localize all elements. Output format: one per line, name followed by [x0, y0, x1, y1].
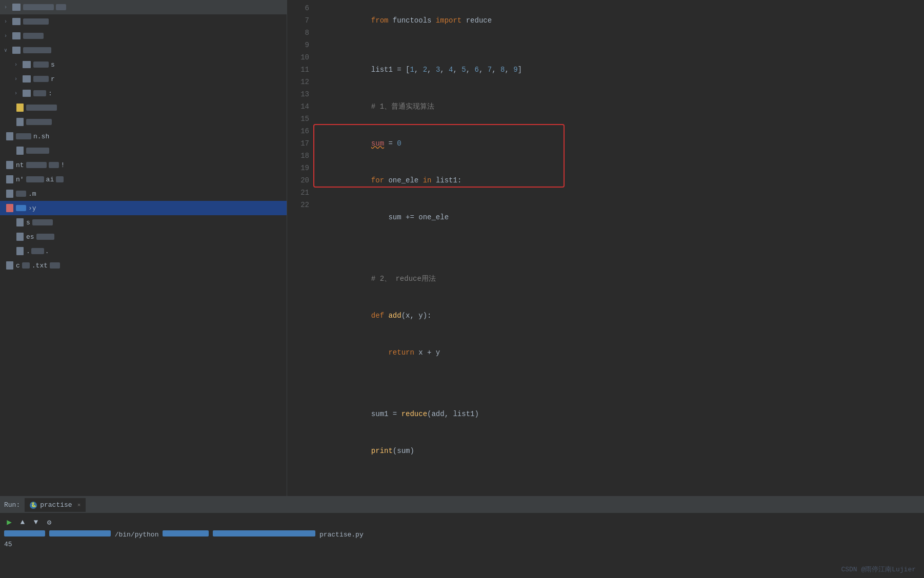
- sidebar-item[interactable]: ›: [0, 29, 287, 43]
- close-button[interactable]: ×: [77, 502, 81, 508]
- item-label: [16, 191, 26, 197]
- sidebar: › › › ∨: [0, 0, 287, 496]
- item-label: [33, 76, 49, 82]
- code-line-20: sum1 = reduce(add, list1): [319, 396, 924, 432]
- item-label2: [56, 4, 66, 10]
- sidebar-item[interactable]: [0, 143, 287, 158]
- arrow-icon: ›: [4, 33, 12, 39]
- item-label: [26, 162, 47, 168]
- line-num: 17: [287, 137, 309, 150]
- file-icon: [6, 132, 13, 140]
- item-txt: .txt: [32, 262, 48, 270]
- item-text: s: [26, 219, 30, 226]
- code-lines: from functools import reduce list1 = [1,…: [315, 0, 924, 496]
- line-num: 9: [287, 39, 309, 51]
- func-name: reduce: [401, 410, 427, 418]
- sidebar-item[interactable]: . .: [0, 244, 287, 258]
- path-segment-3: [163, 530, 209, 536]
- run-output-result: 45: [0, 540, 924, 549]
- code-line-11: for one_ele in list1:: [319, 162, 924, 199]
- code-text: functools: [388, 16, 435, 25]
- code-line-17: return x + y: [319, 334, 924, 371]
- sidebar-item[interactable]: › :: [0, 86, 287, 100]
- line-num: 11: [287, 64, 309, 76]
- sidebar-item[interactable]: [0, 100, 287, 115]
- file-icon-pink: [6, 204, 13, 212]
- code-number: 5: [461, 66, 466, 74]
- sidebar-item[interactable]: ›: [0, 14, 287, 29]
- code-line-19: [319, 383, 924, 396]
- line-num: 7: [287, 14, 309, 27]
- sidebar-item-expanded[interactable]: ∨: [0, 43, 287, 57]
- output-number: 45: [4, 541, 12, 548]
- comment: # 2、 reduce用法: [371, 275, 436, 283]
- settings-button[interactable]: ⚙: [44, 517, 54, 527]
- line-num: 6: [287, 2, 309, 14]
- item-text: nt: [16, 161, 24, 169]
- code-text: ,: [414, 66, 423, 74]
- line-num: 20: [287, 174, 309, 187]
- sidebar-item[interactable]: s: [0, 215, 287, 230]
- run-output-path: /bin/python practise.py: [0, 529, 924, 540]
- code-text: list1 = [: [371, 66, 410, 74]
- code-text: (x, y):: [401, 312, 432, 320]
- path-segment-4: [213, 530, 315, 536]
- arrow-icon: ›: [14, 91, 23, 96]
- arrow-icon: ∨: [4, 47, 12, 53]
- item-label: [23, 33, 44, 39]
- line-num: 19: [287, 162, 309, 174]
- code-text: sum += one_ele: [371, 213, 449, 221]
- sidebar-item[interactable]: nt !: [0, 158, 287, 172]
- scroll-down-button[interactable]: ▼: [31, 517, 41, 527]
- func-name: add: [388, 312, 401, 320]
- item-text: s: [51, 61, 55, 69]
- item-label2: [49, 162, 59, 168]
- code-line-22: [319, 469, 924, 482]
- sidebar-item-nsh[interactable]: n.sh: [0, 129, 287, 143]
- code-number: 2: [423, 66, 427, 74]
- code-text: list1:: [431, 176, 461, 184]
- item-label: [26, 176, 44, 182]
- sidebar-item[interactable]: n' ai: [0, 172, 287, 187]
- code-line-15: # 2、 reduce用法: [319, 260, 924, 297]
- sidebar-item-selected[interactable]: ›y: [0, 201, 287, 215]
- line-num: 12: [287, 76, 309, 88]
- scroll-up-button[interactable]: ▲: [17, 517, 28, 527]
- code-text: ,: [466, 66, 475, 74]
- sidebar-item[interactable]: c .txt: [0, 258, 287, 273]
- path-segment-2: [49, 530, 111, 536]
- path-py: practise.py: [319, 531, 364, 539]
- code-line-9: # 1、普通实现算法: [319, 88, 924, 125]
- sidebar-item[interactable]: › s: [0, 57, 287, 72]
- file-icon: [16, 233, 24, 241]
- sidebar-item[interactable]: ›: [0, 0, 287, 14]
- item-char: .: [45, 247, 49, 255]
- file-icon: [16, 147, 24, 155]
- code-line-13: [319, 236, 924, 248]
- keyword-from: from: [371, 16, 389, 25]
- run-content: ▶ ▲ ▼ ⚙ /bin/python practise.py 45: [0, 513, 924, 578]
- play-button[interactable]: ▶: [4, 517, 14, 527]
- keyword-in: in: [423, 176, 432, 184]
- item-label: [33, 90, 46, 96]
- sidebar-item[interactable]: .m: [0, 187, 287, 201]
- sidebar-item[interactable]: › r: [0, 72, 287, 86]
- code-text: ,: [505, 66, 513, 74]
- item-char: !: [61, 161, 65, 169]
- keyword-return: return: [388, 348, 414, 357]
- run-tab[interactable]: 🐍 practise ×: [24, 498, 86, 512]
- sidebar-item[interactable]: es: [0, 230, 287, 244]
- code-text: ,: [440, 66, 449, 74]
- line-numbers: 6 7 8 9 10 11 12 13 14 15 16 17 18 19 20…: [287, 0, 315, 496]
- code-line-18: [319, 371, 924, 383]
- item-text: :: [48, 90, 52, 97]
- item-label: [26, 119, 52, 125]
- code-number: 6: [475, 66, 479, 74]
- code-number: 1: [410, 66, 414, 74]
- sidebar-item[interactable]: [0, 115, 287, 129]
- arrow-icon: ›: [4, 19, 12, 25]
- file-icon: [16, 247, 24, 255]
- file-icon: [6, 175, 13, 183]
- code-text: ,: [453, 66, 462, 74]
- watermark: CSDN @雨停江南Lujier: [841, 565, 916, 574]
